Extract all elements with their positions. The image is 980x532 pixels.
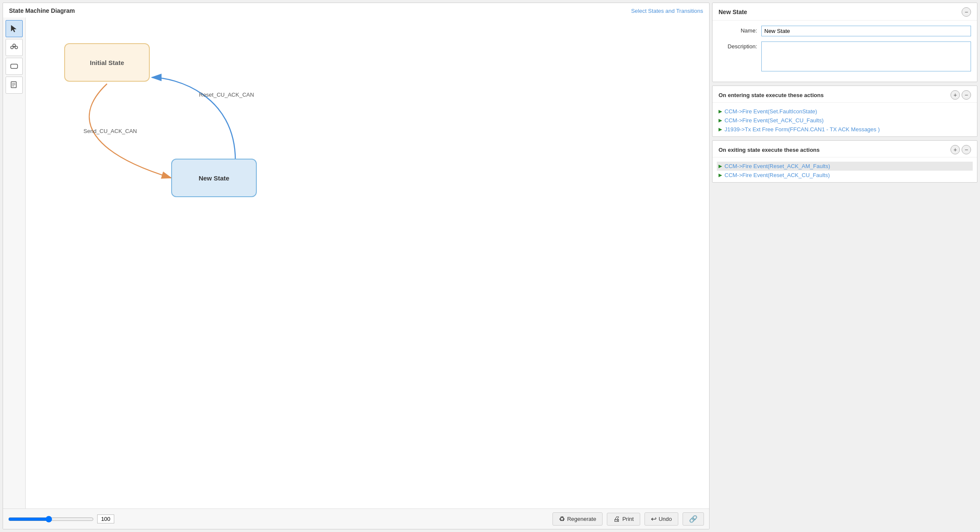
diagram-container: Reset_CU_ACK_CAN Send_CU_ACK_CAN Initial… — [3, 18, 709, 508]
exit-action-label-0: CCM->Fire Event(Reset_ACK_AM_Faults) — [725, 163, 830, 169]
description-textarea[interactable] — [761, 41, 971, 71]
on-enter-title: On entering state execute these actions — [719, 92, 824, 98]
on-exiting-card: On exiting state execute these actions +… — [712, 140, 977, 183]
state-card-title: New State — [719, 9, 747, 15]
on-enter-add-btn[interactable]: + — [950, 90, 960, 100]
svg-rect-7 — [11, 64, 18, 68]
action-arrow-2: ▶ — [719, 127, 722, 132]
state-properties-card: New State − Name: Description: — [712, 3, 977, 82]
connect-tool-btn[interactable] — [6, 39, 23, 56]
print-icon: 🖨 — [613, 515, 620, 523]
on-enter-action-1[interactable]: ▶ CCM->Fire Event(Set_ACK_CU_Faults) — [719, 116, 971, 125]
link-button[interactable]: 🔗 — [683, 512, 704, 526]
on-enter-btn-group: + − — [950, 90, 971, 100]
on-enter-header: On entering state execute these actions … — [713, 86, 977, 103]
on-exit-title: On exiting state execute these actions — [719, 147, 820, 153]
on-exit-header: On exiting state execute these actions +… — [713, 141, 977, 157]
action-label-0: CCM->Fire Event(Set.FaultIconState) — [725, 108, 817, 115]
right-panel: New State − Name: Description: On enteri… — [712, 3, 977, 529]
regenerate-icon: ♻ — [559, 515, 565, 523]
on-enter-action-0[interactable]: ▶ CCM->Fire Event(Set.FaultIconState) — [719, 107, 971, 116]
action-arrow-0: ▶ — [719, 109, 722, 114]
name-row: Name: — [719, 26, 971, 36]
bottom-bar: 100 ♻ Regenerate 🖨 Print ↩ Undo 🔗 — [3, 508, 709, 529]
new-state-node[interactable]: New State — [171, 159, 257, 197]
name-label: Name: — [719, 26, 757, 34]
svg-point-1 — [11, 46, 13, 49]
link-icon: 🔗 — [689, 515, 698, 523]
action-label-2: J1939->Tx Ext Free Form(FFCAN.CAN1 - TX … — [725, 126, 880, 133]
on-exit-btn-group: + − — [950, 145, 971, 154]
on-entering-card: On entering state execute these actions … — [712, 86, 977, 137]
note-tool-btn[interactable] — [6, 77, 23, 94]
zoom-control: 100 — [8, 514, 548, 523]
exit-action-arrow-1: ▶ — [719, 172, 722, 178]
undo-button[interactable]: ↩ Undo — [644, 512, 678, 526]
state-card-collapse-btn[interactable]: − — [962, 7, 971, 17]
undo-icon: ↩ — [651, 515, 656, 523]
description-label: Description: — [719, 41, 757, 50]
on-exit-action-1[interactable]: ▶ CCM->Fire Event(Reset_ACK_CU_Faults) — [719, 171, 971, 180]
cursor-tool-btn[interactable] — [6, 20, 23, 37]
name-input[interactable] — [761, 26, 971, 36]
state-tool-btn[interactable] — [6, 58, 23, 75]
on-exit-remove-btn[interactable]: − — [962, 145, 971, 154]
print-label: Print — [622, 516, 634, 522]
exit-action-arrow-0: ▶ — [719, 163, 722, 169]
on-enter-actions: ▶ CCM->Fire Event(Set.FaultIconState) ▶ … — [713, 103, 977, 136]
zoom-slider[interactable] — [8, 516, 94, 523]
svg-point-2 — [15, 46, 18, 49]
on-enter-remove-btn[interactable]: − — [962, 90, 971, 100]
toolbar — [3, 18, 26, 508]
zoom-value: 100 — [97, 514, 114, 523]
undo-label: Undo — [659, 516, 672, 522]
action-arrow-1: ▶ — [719, 118, 722, 123]
state-card-body: Name: Description: — [713, 21, 977, 82]
action-label-1: CCM->Fire Event(Set_ACK_CU_Faults) — [725, 117, 824, 124]
initial-state-label: Initial State — [90, 59, 124, 66]
new-state-label: New State — [199, 174, 229, 182]
transition-label-1: Reset_CU_ACK_CAN — [199, 92, 254, 98]
regenerate-label: Regenerate — [567, 516, 596, 522]
print-button[interactable]: 🖨 Print — [607, 513, 640, 526]
on-exit-actions: ▶ CCM->Fire Event(Reset_ACK_AM_Faults) ▶… — [713, 157, 977, 182]
state-card-header: New State − — [713, 3, 977, 21]
diagram-svg: Reset_CU_ACK_CAN Send_CU_ACK_CAN — [26, 18, 709, 508]
diagram-title: State Machine Diagram — [9, 7, 75, 14]
regenerate-button[interactable]: ♻ Regenerate — [552, 512, 603, 526]
left-header: State Machine Diagram Select States and … — [3, 3, 709, 18]
on-enter-action-2[interactable]: ▶ J1939->Tx Ext Free Form(FFCAN.CAN1 - T… — [719, 125, 971, 134]
transition-label-2: Send_CU_ACK_CAN — [83, 128, 137, 134]
exit-action-label-1: CCM->Fire Event(Reset_ACK_CU_Faults) — [725, 172, 830, 178]
left-panel: State Machine Diagram Select States and … — [3, 3, 710, 529]
on-exit-action-0[interactable]: ▶ CCM->Fire Event(Reset_ACK_AM_Faults) — [717, 162, 973, 171]
canvas-area[interactable]: Reset_CU_ACK_CAN Send_CU_ACK_CAN Initial… — [26, 18, 709, 508]
svg-marker-0 — [11, 25, 16, 32]
select-states-link[interactable]: Select States and Transitions — [631, 8, 703, 14]
on-exit-add-btn[interactable]: + — [950, 145, 960, 154]
description-row: Description: — [719, 41, 971, 71]
initial-state-node[interactable]: Initial State — [64, 43, 150, 82]
